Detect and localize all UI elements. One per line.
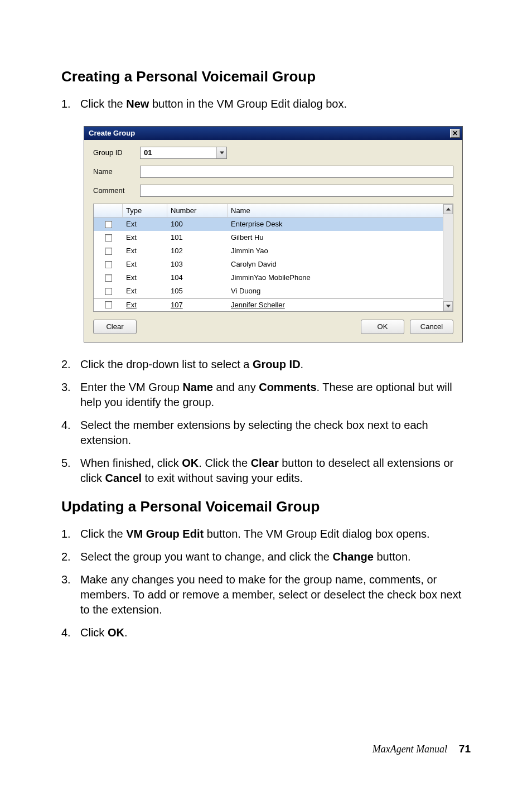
text: . bbox=[124, 626, 128, 639]
text: and any bbox=[213, 381, 259, 393]
cell-type: Ext bbox=[123, 259, 167, 269]
scroll-up-icon[interactable] bbox=[443, 204, 453, 214]
dialog-titlebar: Create Group ✕ bbox=[84, 127, 462, 140]
cell-number: 107 bbox=[167, 300, 228, 310]
extensions-table: Type Number Name Ext100Enterprise DeskEx… bbox=[93, 204, 453, 312]
text: to exit without saving your edits. bbox=[142, 472, 303, 484]
bold-text: VM Group Edit bbox=[126, 528, 204, 540]
step-text: Select the group you want to change, and… bbox=[80, 549, 471, 564]
clear-button[interactable]: Clear bbox=[93, 320, 137, 334]
step-number: 3. bbox=[61, 572, 80, 617]
scroll-down-icon[interactable] bbox=[443, 301, 453, 311]
text: Click the bbox=[80, 98, 126, 110]
text: . bbox=[301, 358, 304, 370]
create-group-dialog: Create Group ✕ Group ID 01 Name bbox=[84, 126, 463, 342]
cell-number: 105 bbox=[167, 286, 228, 296]
step-text: Enter the VM Group Name and any Comments… bbox=[80, 380, 471, 410]
cell-name: Enterprise Desk bbox=[228, 219, 443, 229]
steps-create: 1. Click the New button in the VM Group … bbox=[61, 96, 471, 112]
row-checkbox[interactable] bbox=[105, 221, 112, 228]
step-number: 2. bbox=[61, 549, 80, 564]
step-text: Make any changes you need to make for th… bbox=[80, 572, 471, 617]
cell-name: JimminYao MobilePhone bbox=[228, 273, 443, 283]
cell-type: Ext bbox=[123, 233, 167, 243]
cell-type: Ext bbox=[123, 273, 167, 283]
cell-type: Ext bbox=[123, 286, 167, 296]
text: Click bbox=[80, 626, 108, 639]
table-row[interactable]: Ext107Jennifer Scheller bbox=[94, 298, 443, 311]
group-id-dropdown[interactable]: 01 bbox=[140, 147, 227, 159]
section-heading-create: Creating a Personal Voicemail Group bbox=[61, 67, 471, 86]
cell-type: Ext bbox=[123, 219, 167, 229]
comment-field[interactable] bbox=[140, 185, 453, 197]
step-number: 2. bbox=[61, 357, 80, 372]
row-checkbox[interactable] bbox=[105, 301, 112, 308]
text: button. bbox=[374, 551, 411, 563]
table-row[interactable]: Ext100Enterprise Desk bbox=[94, 218, 443, 231]
cell-number: 101 bbox=[167, 233, 228, 243]
bold-text: Clear bbox=[251, 457, 279, 469]
step-text: Click the VM Group Edit button. The VM G… bbox=[80, 527, 471, 542]
step-text: When finished, click OK. Click the Clear… bbox=[80, 456, 471, 486]
row-checkbox[interactable] bbox=[105, 274, 112, 282]
row-checkbox[interactable] bbox=[105, 288, 112, 295]
cell-type: Ext bbox=[123, 300, 167, 310]
table-row[interactable]: Ext101Gilbert Hu bbox=[94, 231, 443, 244]
bold-text: Cancel bbox=[105, 472, 142, 484]
bold-text: Group ID bbox=[253, 358, 301, 370]
col-type[interactable]: Type bbox=[123, 204, 167, 217]
close-icon[interactable]: ✕ bbox=[450, 129, 460, 138]
manual-title: MaxAgent Manual bbox=[373, 743, 447, 755]
step-number: 4. bbox=[61, 625, 80, 640]
row-checkbox[interactable] bbox=[105, 248, 112, 255]
scrollbar[interactable] bbox=[443, 204, 453, 311]
text: button in the VM Group Edit dialog box. bbox=[149, 98, 347, 110]
step-number: 1. bbox=[61, 527, 80, 542]
comment-label: Comment bbox=[93, 186, 140, 196]
row-checkbox[interactable] bbox=[105, 261, 112, 268]
bold-text: Comments bbox=[259, 381, 316, 393]
col-name[interactable]: Name bbox=[228, 204, 443, 217]
cell-number: 102 bbox=[167, 246, 228, 256]
text: . Click the bbox=[199, 457, 250, 469]
cell-name: Vi Duong bbox=[228, 286, 443, 296]
row-checkbox[interactable] bbox=[105, 234, 112, 242]
ok-button[interactable]: OK bbox=[361, 320, 404, 334]
dialog-screenshot: Create Group ✕ Group ID 01 Name bbox=[84, 126, 471, 342]
table-row[interactable]: Ext104JimminYao MobilePhone bbox=[94, 271, 443, 284]
cell-number: 100 bbox=[167, 219, 228, 229]
table-header: Type Number Name bbox=[94, 204, 443, 218]
table-row[interactable]: Ext105Vi Duong bbox=[94, 284, 443, 298]
page-number: 71 bbox=[459, 743, 471, 755]
cell-name: Jimmin Yao bbox=[228, 246, 443, 256]
page-footer: MaxAgent Manual 71 bbox=[373, 742, 471, 756]
bold-text: Change bbox=[333, 551, 374, 563]
steps-create-cont: 2. Click the drop-down list to select a … bbox=[61, 357, 471, 486]
step-text: Select the member extensions by selectin… bbox=[80, 418, 471, 448]
bold-text: Name bbox=[182, 381, 212, 393]
text: Enter the VM Group bbox=[80, 381, 182, 393]
table-row[interactable]: Ext102Jimmin Yao bbox=[94, 244, 443, 258]
bold-text: OK bbox=[182, 457, 199, 469]
chevron-down-icon[interactable] bbox=[216, 147, 226, 158]
step-number: 1. bbox=[61, 96, 80, 112]
name-field[interactable] bbox=[140, 166, 453, 178]
cell-name: Gilbert Hu bbox=[228, 233, 443, 243]
col-number[interactable]: Number bbox=[167, 204, 228, 217]
section-heading-update: Updating a Personal Voicemail Group bbox=[61, 497, 471, 516]
name-label: Name bbox=[93, 167, 140, 177]
step-number: 3. bbox=[61, 380, 80, 410]
step-text: Click OK. bbox=[80, 625, 471, 640]
step-text: Click the drop-down list to select a Gro… bbox=[80, 357, 471, 372]
cell-name: Jennifer Scheller bbox=[228, 300, 443, 310]
group-id-label: Group ID bbox=[93, 148, 140, 158]
text: Click the bbox=[80, 528, 126, 540]
step-number: 5. bbox=[61, 456, 80, 486]
cell-number: 103 bbox=[167, 259, 228, 269]
text: Click the drop-down list to select a bbox=[80, 358, 253, 370]
cancel-button[interactable]: Cancel bbox=[410, 320, 453, 334]
cell-number: 104 bbox=[167, 273, 228, 283]
cell-type: Ext bbox=[123, 246, 167, 256]
table-row[interactable]: Ext103Carolyn David bbox=[94, 258, 443, 271]
dialog-title: Create Group bbox=[89, 128, 135, 138]
